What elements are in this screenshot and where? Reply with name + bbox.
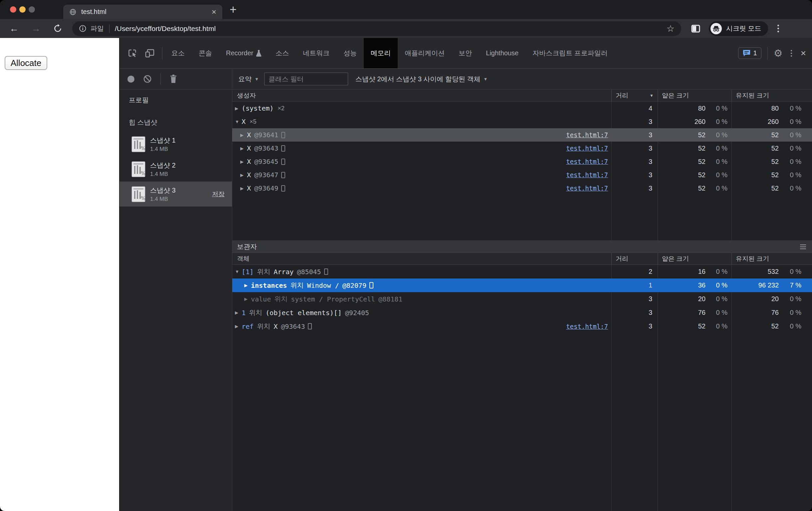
source-link[interactable]: test.html:7 bbox=[566, 323, 608, 330]
perspective-select[interactable]: 요약 bbox=[238, 75, 252, 84]
record-heap-snapshot-button[interactable] bbox=[127, 76, 135, 83]
name-cell: ▼[1]위치Array@85045 bbox=[232, 265, 611, 278]
constructor-row[interactable]: ▶(system)×24800 %800 % bbox=[232, 102, 812, 115]
devtools-tab[interactable]: Lighthouse bbox=[479, 38, 525, 68]
devtools-close-icon[interactable]: × bbox=[801, 49, 806, 58]
expand-arrow-icon[interactable]: ▶ bbox=[240, 172, 247, 178]
source-link[interactable]: test.html:7 bbox=[566, 171, 608, 179]
snapshot-item[interactable]: %스냅샷 11.4 MB bbox=[119, 132, 232, 157]
snapshot-item[interactable]: %스냅샷 31.4 MB저장 bbox=[119, 182, 232, 207]
constructor-row[interactable]: ▶X@93649test.html:73520 %520 % bbox=[232, 182, 812, 195]
source-link[interactable]: test.html:7 bbox=[566, 131, 608, 139]
constructor-row[interactable]: ▼X×532600 %2600 % bbox=[232, 115, 812, 128]
allocate-button[interactable]: Allocate bbox=[5, 56, 47, 70]
snapshot-list: %스냅샷 11.4 MB%스냅샷 21.4 MB%스냅샷 31.4 MB저장 bbox=[119, 132, 232, 207]
expand-arrow-icon[interactable]: ▶ bbox=[240, 146, 247, 151]
retainer-row[interactable]: ▶1위치(object elements)[]@924053760 %760 % bbox=[232, 306, 812, 319]
name-cell: ▶ref위치X@93643test.html:7 bbox=[232, 319, 611, 333]
device-toolbar-icon[interactable] bbox=[145, 38, 155, 68]
expand-arrow-icon[interactable]: ▶ bbox=[235, 310, 241, 315]
expand-arrow-icon[interactable]: ▶ bbox=[240, 133, 247, 138]
source-link[interactable]: test.html:7 bbox=[566, 158, 608, 165]
shallow-size-column-header[interactable]: 얕은 크기 bbox=[658, 253, 731, 265]
new-tab-button[interactable]: + bbox=[230, 3, 237, 17]
shallow-size-cell: 200 % bbox=[658, 292, 731, 306]
retainer-row[interactable]: ▶instances위치Window /@820791360 %96 2327 … bbox=[232, 278, 812, 292]
navigation-bar: ← → 파일 /Users/yceffort/Desktop/test.html… bbox=[0, 19, 812, 38]
constructor-row[interactable]: ▶X@93647test.html:73520 %520 % bbox=[232, 168, 812, 182]
source-link[interactable]: test.html:7 bbox=[566, 185, 608, 192]
devtools-menu-icon[interactable] bbox=[791, 50, 792, 57]
browser-window: test.html × + ← → 파일 /Users/yceffort/Des… bbox=[0, 0, 812, 511]
bookmark-star-icon[interactable]: ☆ bbox=[667, 23, 674, 34]
constructor-row[interactable]: ▶X@93643test.html:73520 %520 % bbox=[232, 141, 812, 155]
retained-size-column-header[interactable]: 유지된 크기 bbox=[731, 253, 812, 265]
devtools-tab[interactable]: Recorder bbox=[219, 38, 268, 68]
constructor-row[interactable]: ▶X@93641test.html:73520 %520 % bbox=[232, 128, 812, 141]
expand-arrow-icon[interactable]: ▶ bbox=[235, 324, 241, 329]
object-column-header[interactable]: 객체 bbox=[232, 253, 611, 265]
devtools-tab[interactable]: 콘솔 bbox=[192, 38, 219, 68]
profiles-sidebar: 프로필 힙 스냅샷 %스냅샷 11.4 MB%스냅샷 21.4 MB%스냅샷 3… bbox=[119, 89, 232, 511]
constructors-title[interactable]: 생성자 bbox=[232, 89, 611, 101]
devtools-tab[interactable]: 보안 bbox=[452, 38, 479, 68]
retainer-row[interactable]: ▶value위치system / PropertyCell@881813200 … bbox=[232, 292, 812, 306]
snapshot-size: 1.4 MB bbox=[150, 171, 176, 178]
expand-arrow-icon[interactable]: ▶ bbox=[240, 159, 247, 164]
close-window-button[interactable] bbox=[10, 6, 16, 13]
clear-profiles-icon[interactable] bbox=[143, 75, 152, 83]
devtools-tab[interactable]: 메모리 bbox=[364, 38, 398, 68]
url-text[interactable]: /Users/yceffort/Desktop/test.html bbox=[115, 25, 216, 33]
minimize-window-button[interactable] bbox=[19, 6, 26, 13]
inspect-element-icon[interactable] bbox=[127, 38, 138, 68]
devtools-tab[interactable]: 소스 bbox=[268, 38, 296, 68]
devtools-tab[interactable]: 자바스크립트 프로파일러 bbox=[525, 38, 615, 68]
expand-arrow-icon[interactable]: ▶ bbox=[235, 106, 241, 111]
name-segment-addr: @92405 bbox=[345, 309, 369, 317]
retainers-menu-icon[interactable] bbox=[800, 244, 806, 249]
devtools-tab[interactable]: 애플리케이션 bbox=[398, 38, 452, 68]
forward-button[interactable]: → bbox=[31, 24, 40, 33]
side-panel-icon[interactable] bbox=[691, 25, 700, 33]
retainer-row[interactable]: ▶ref위치X@93643test.html:73520 %520 % bbox=[232, 319, 812, 333]
devtools-tab[interactable]: 요소 bbox=[165, 38, 192, 68]
fullscreen-window-button[interactable] bbox=[29, 6, 35, 13]
distance-column-header[interactable]: 거리 ▼ bbox=[611, 89, 658, 101]
retained-size-column-header[interactable]: 유지된 크기 bbox=[731, 89, 812, 101]
devtools-tab[interactable]: 성능 bbox=[337, 38, 364, 68]
issues-badge[interactable]: 1 bbox=[738, 47, 761, 59]
retainer-row[interactable]: ▼[1]위치Array@850452160 %5320 % bbox=[232, 265, 812, 278]
source-link[interactable]: test.html:7 bbox=[566, 144, 608, 152]
distance-cell: 1 bbox=[611, 278, 658, 292]
delete-profile-icon[interactable] bbox=[169, 74, 177, 84]
shallow-size-column-header[interactable]: 얕은 크기 bbox=[658, 89, 731, 101]
snapshot-item[interactable]: %스냅샷 21.4 MB bbox=[119, 157, 232, 182]
info-icon[interactable] bbox=[79, 25, 87, 32]
settings-gear-icon[interactable]: ⚙ bbox=[774, 48, 783, 58]
sort-descending-icon: ▼ bbox=[649, 93, 654, 98]
snapshot-range-select[interactable]: 스냅샷 2에서 스냅샷 3 사이에 할당된 객체 bbox=[355, 75, 481, 84]
collapse-arrow-icon[interactable]: ▼ bbox=[235, 269, 241, 274]
svg-text:%: % bbox=[141, 195, 145, 201]
tab-close-icon[interactable]: × bbox=[212, 8, 216, 16]
devtools-tab[interactable]: 네트워크 bbox=[296, 38, 337, 68]
snapshot-save-link[interactable]: 저장 bbox=[212, 190, 225, 198]
profile-controls bbox=[119, 69, 232, 89]
retainers-header-row: 객체 거리 얕은 크기 유지된 크기 bbox=[232, 253, 812, 265]
expand-arrow-icon[interactable]: ▶ bbox=[244, 283, 251, 288]
expand-arrow-icon[interactable]: ▶ bbox=[244, 296, 251, 301]
address-bar[interactable]: 파일 /Users/yceffort/Desktop/test.html ☆ bbox=[72, 21, 681, 36]
browser-tab[interactable]: test.html × bbox=[63, 5, 222, 19]
reload-button[interactable] bbox=[53, 24, 62, 33]
name-segment-name: X bbox=[241, 117, 245, 126]
back-button[interactable]: ← bbox=[9, 24, 19, 33]
class-filter-input[interactable] bbox=[264, 73, 348, 85]
snapshot-size: 1.4 MB bbox=[150, 196, 176, 203]
expand-arrow-icon[interactable]: ▶ bbox=[240, 186, 247, 191]
constructor-row[interactable]: ▶X@93645test.html:73520 %520 % bbox=[232, 155, 812, 168]
distance-column-header[interactable]: 거리 bbox=[611, 253, 658, 265]
browser-menu-icon[interactable] bbox=[777, 25, 779, 32]
collapse-arrow-icon[interactable]: ▼ bbox=[235, 119, 241, 124]
name-cell: ▶X@93641test.html:7 bbox=[232, 128, 611, 141]
name-segment-name: X bbox=[247, 131, 251, 139]
